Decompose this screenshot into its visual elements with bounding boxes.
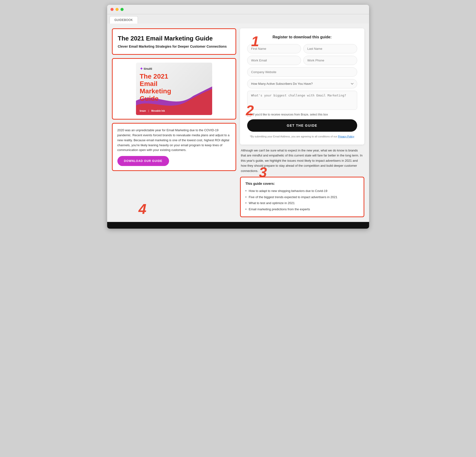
- cover-title: The 2021 Email Marketing Guide: [140, 73, 208, 102]
- covers-item-2: Five of the biggest trends expected to i…: [246, 194, 359, 200]
- logo-text: tinuiti: [144, 67, 152, 70]
- description-box: 2020 was an unpredictable year for Email…: [112, 123, 236, 171]
- guide-covers-box: This guide covers: How to adapt to new s…: [240, 177, 364, 217]
- challenge-field: [247, 91, 357, 110]
- covers-item-1: How to adapt to new shopping behaviors d…: [246, 188, 359, 194]
- name-row: [247, 44, 357, 53]
- covers-item-4: Email marketing predictions from the exp…: [246, 206, 359, 212]
- covers-list: How to adapt to new shopping behaviors d…: [246, 188, 359, 212]
- last-name-field: [303, 44, 357, 53]
- book-cover-box: ✦ tinuiti The 2021 Email Marketing Guide…: [112, 58, 236, 119]
- checkbox-row: If you'd like to receive resources from …: [247, 113, 357, 117]
- covers-item-3: What to test and optimize in 2021: [246, 200, 359, 206]
- body-text: Although we can't be sure what to expect…: [241, 148, 363, 173]
- title-box: The 2021 Email Marketing Guide Clever Em…: [112, 28, 236, 55]
- cover-footer: braze | Movable Ink: [140, 110, 165, 112]
- braze-resources-checkbox[interactable]: [247, 113, 251, 117]
- work-email-input[interactable]: [247, 56, 301, 65]
- first-name-field: [247, 44, 301, 53]
- last-name-input[interactable]: [303, 44, 357, 53]
- first-name-input[interactable]: [247, 44, 301, 53]
- download-guide-button[interactable]: DOWNLOAD OUR GUIDE: [117, 156, 169, 166]
- challenge-textarea[interactable]: [247, 91, 357, 110]
- company-website-field: [247, 68, 357, 77]
- covers-title: This guide covers:: [246, 182, 359, 186]
- bottom-bar: [107, 222, 369, 228]
- guide-title: The 2021 Email Marketing Guide: [118, 35, 230, 42]
- book-cover: ✦ tinuiti The 2021 Email Marketing Guide…: [136, 63, 212, 115]
- title-bar: [107, 5, 369, 14]
- email-phone-row: [247, 56, 357, 65]
- page-content: The 2021 Email Marketing Guide Clever Em…: [107, 24, 369, 222]
- privacy-note: *By submitting your Email Address, you a…: [247, 135, 357, 138]
- guidebook-tab[interactable]: GUIDEBOOK: [110, 16, 138, 24]
- work-phone-field: [303, 56, 357, 65]
- cover-divider: |: [148, 110, 149, 112]
- subscribers-select[interactable]: How Many Active Subscribers Do You Have?…: [247, 79, 357, 88]
- privacy-note-text: *By submitting your Email Address, you a…: [250, 135, 337, 138]
- subscribers-row: How Many Active Subscribers Do You Have?…: [247, 79, 357, 88]
- cover-title-line2: Email: [140, 80, 158, 87]
- challenge-row: [247, 91, 357, 110]
- cover-logo: ✦ tinuiti: [140, 67, 208, 71]
- privacy-policy-link[interactable]: Privacy Policy: [338, 135, 354, 138]
- cover-title-line4: Guide: [140, 95, 159, 102]
- form-title: Register to download this guide:: [247, 35, 357, 39]
- cover-title-line3: Marketing: [140, 87, 171, 95]
- maximize-dot[interactable]: [120, 8, 124, 11]
- close-dot[interactable]: [110, 8, 114, 11]
- body-text-box: Although we can't be sure what to expect…: [240, 148, 364, 173]
- work-email-field: [247, 56, 301, 65]
- logo-dots: ✦: [140, 67, 143, 71]
- registration-form: How Many Active Subscribers Do You Have?…: [247, 44, 357, 138]
- right-column: Register to download this guide:: [240, 28, 364, 217]
- cover-brand1: braze: [140, 110, 146, 112]
- get-guide-button[interactable]: GET THE GUIDE: [247, 119, 357, 132]
- guide-subtitle: Clever Email Marketing Strategies for De…: [118, 44, 230, 48]
- description-text: 2020 was an unpredictable year for Email…: [117, 128, 231, 153]
- subscribers-field: How Many Active Subscribers Do You Have?…: [247, 79, 357, 88]
- website-row: [247, 68, 357, 77]
- tab-bar: GUIDEBOOK: [107, 14, 369, 24]
- form-box: Register to download this guide:: [240, 28, 364, 144]
- cover-brand2: Movable Ink: [151, 110, 165, 112]
- browser-window: GUIDEBOOK The 2021 Email Marketing Guide…: [107, 5, 369, 228]
- company-website-input[interactable]: [247, 68, 357, 77]
- work-phone-input[interactable]: [303, 56, 357, 65]
- minimize-dot[interactable]: [116, 8, 119, 11]
- left-column: The 2021 Email Marketing Guide Clever Em…: [112, 28, 236, 217]
- checkbox-label: If you'd like to receive resources from …: [253, 113, 328, 116]
- cover-title-line1: The 2021: [140, 73, 168, 80]
